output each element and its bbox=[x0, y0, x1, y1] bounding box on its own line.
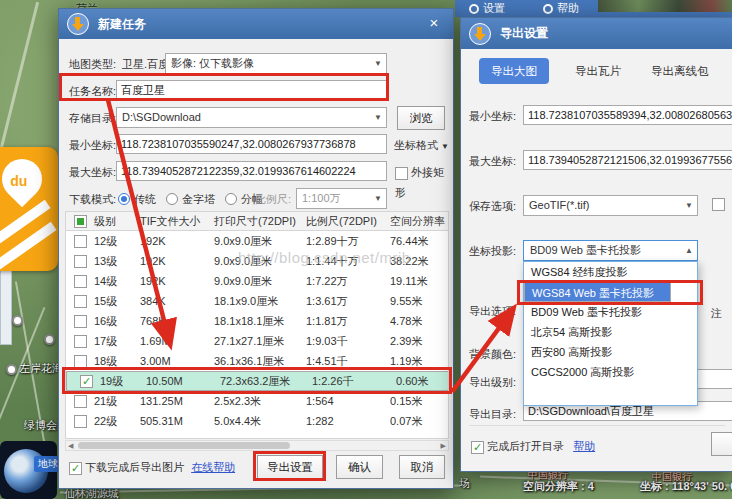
row-checkbox[interactable] bbox=[74, 335, 87, 348]
projection-option[interactable]: WGS84 经纬度投影 bbox=[524, 262, 697, 282]
row-checkbox[interactable] bbox=[74, 275, 87, 288]
export-after-checkbox[interactable]: ✓ bbox=[69, 462, 82, 475]
cell-res: 0.07米 bbox=[390, 414, 448, 429]
projection-option[interactable]: WGS84 Web 墨卡托投影 bbox=[524, 282, 671, 302]
new-task-titlebar[interactable]: 新建任务 × bbox=[59, 9, 453, 39]
row-checkbox-cell bbox=[66, 414, 94, 428]
map-poi-marker[interactable] bbox=[44, 334, 55, 345]
chevron-down-icon: ▼ bbox=[374, 189, 382, 208]
projection-option[interactable]: BD09 Web 墨卡托投影 bbox=[524, 302, 697, 322]
table-row-14级[interactable]: 14级192K9.0x9.0厘米1:7.22万19.11米 bbox=[66, 271, 448, 291]
scrollbar-thumb[interactable] bbox=[78, 442, 290, 449]
export-max-coord-input[interactable] bbox=[523, 150, 732, 170]
row-checkbox[interactable] bbox=[74, 415, 87, 428]
tab-导出离线包[interactable]: 导出离线包 bbox=[639, 58, 721, 84]
download-mode-label: 下载模式: bbox=[69, 189, 116, 209]
toolbar-help[interactable]: 帮助 bbox=[543, 1, 579, 16]
export-help-link[interactable]: 帮助 bbox=[573, 440, 595, 452]
cell-print: 9.0x9.0厘米 bbox=[214, 274, 306, 289]
toolbar-settings[interactable]: 设置 bbox=[469, 1, 505, 16]
cell-size: 768K bbox=[140, 315, 214, 327]
bounding-box-option[interactable]: 外接矩形 bbox=[395, 162, 453, 182]
mode-radio-金字塔[interactable]: 金字塔 bbox=[166, 189, 215, 209]
export-settings-button[interactable]: 导出设置 bbox=[257, 455, 323, 479]
max-coord-input[interactable] bbox=[116, 161, 387, 181]
header-scale: 比例尺(72DPI) bbox=[306, 214, 390, 229]
task-name-input[interactable] bbox=[116, 80, 387, 100]
cell-level: 14级 bbox=[94, 274, 140, 289]
row-checkbox[interactable]: ✓ bbox=[80, 375, 93, 388]
scroll-left-icon[interactable]: ◀ bbox=[68, 441, 73, 450]
export-min-coord-input[interactable] bbox=[523, 105, 732, 125]
table-row-16级[interactable]: 16级768K18.1x18.1厘米1:1.81万4.78米 bbox=[66, 311, 448, 331]
table-row-13级[interactable]: 13级192K9.0x9.0厘米1:1.44十万38.22米 bbox=[66, 251, 448, 271]
open-after-option[interactable]: ✓ 完成后打开目录 帮助 bbox=[471, 436, 595, 456]
storage-select[interactable]: D:\SGDownload ▼ bbox=[116, 107, 387, 128]
table-row-21级[interactable]: 21级131.25M2.5x2.3米1:5640.15米 bbox=[66, 391, 448, 411]
ok-button[interactable]: 确定 bbox=[711, 432, 732, 456]
bounding-checkbox[interactable] bbox=[395, 167, 408, 180]
scale-select[interactable]: 1:100万 ▼ bbox=[296, 188, 387, 209]
row-checkbox[interactable] bbox=[74, 395, 87, 408]
row-checkbox[interactable] bbox=[74, 315, 87, 328]
open-after-checkbox[interactable]: ✓ bbox=[471, 441, 484, 454]
projection-option[interactable]: 西安80 高斯投影 bbox=[524, 342, 697, 362]
image-option-select[interactable]: 影像: 仅下载影像 ▼ bbox=[165, 53, 387, 74]
chevron-down-icon: ▼ bbox=[374, 108, 382, 127]
select-all-checkbox[interactable] bbox=[74, 215, 87, 228]
table-row-22级[interactable]: 22级505.31M5.0x4.4米1:2820.07米 bbox=[66, 411, 448, 431]
online-help-link[interactable]: 在线帮助 bbox=[191, 461, 235, 473]
open-after-label: 完成后打开目录 bbox=[487, 440, 564, 452]
header-checkbox-cell[interactable] bbox=[66, 214, 94, 228]
export-max-coord-label: 最大坐标: bbox=[469, 151, 516, 171]
export-titlebar[interactable]: 导出设置 bbox=[461, 18, 732, 49]
close-icon[interactable]: × bbox=[425, 14, 443, 32]
table-row-17级[interactable]: 17级1.69M27.1x27.1厘米1:9.03千2.39米 bbox=[66, 331, 448, 351]
image-option-value: 影像: 仅下载影像 bbox=[171, 57, 254, 69]
cell-size: 131.25M bbox=[140, 395, 214, 407]
tab-导出大图[interactable]: 导出大图 bbox=[479, 58, 549, 84]
table-row-19级[interactable]: ✓19级10.50M72.3x63.2厘米1:2.26千0.60米 bbox=[66, 371, 449, 391]
cell-size: 10.50M bbox=[146, 372, 220, 391]
row-checkbox[interactable] bbox=[74, 295, 87, 308]
row-checkbox-cell bbox=[66, 274, 94, 288]
map-poi-marker[interactable] bbox=[6, 364, 17, 375]
mode-radio-传统[interactable]: 传统 bbox=[118, 189, 156, 209]
export-after-option[interactable]: ✓ 下载完成后导出图片 在线帮助 bbox=[69, 457, 235, 477]
cell-res: 76.44米 bbox=[390, 234, 448, 249]
min-coord-input[interactable] bbox=[116, 134, 387, 154]
browse-button[interactable]: 浏览 bbox=[397, 106, 445, 130]
header-resolution: 空间分辨率 bbox=[390, 214, 448, 229]
row-checkbox[interactable] bbox=[74, 235, 87, 248]
cell-scale: 1:9.03千 bbox=[306, 334, 390, 349]
export-after-label: 下载完成后导出图片 bbox=[85, 461, 184, 473]
coord-format-label: 坐标格式 bbox=[394, 139, 438, 151]
table-row-12级[interactable]: 12级192K9.0x9.0厘米1:2.89十万76.44米 bbox=[66, 231, 448, 251]
scroll-right-icon[interactable]: ▶ bbox=[441, 441, 446, 450]
help-label: 帮助 bbox=[557, 1, 579, 16]
save-extra-checkbox[interactable] bbox=[712, 198, 725, 211]
horizontal-scrollbar[interactable]: ◀ ▶ bbox=[65, 440, 449, 451]
map-poi-marker[interactable] bbox=[12, 315, 23, 326]
cell-size: 192K bbox=[140, 275, 214, 287]
row-checkbox-cell bbox=[66, 334, 94, 348]
projection-combobox[interactable]: BD09 Web 墨卡托投影 ▲ bbox=[523, 240, 698, 261]
save-format-value: GeoTIF(*.tif) bbox=[529, 199, 590, 211]
cell-res: 19.11米 bbox=[390, 274, 448, 289]
map-road bbox=[0, 2, 39, 148]
mode-label: 传统 bbox=[134, 189, 156, 209]
table-row-18级[interactable]: 18级3.00M36.1x36.1厘米1:4.51千1.19米 bbox=[66, 351, 448, 371]
cell-print: 18.1x18.1厘米 bbox=[214, 314, 306, 329]
cancel-button[interactable]: 取消 bbox=[399, 455, 445, 479]
confirm-button[interactable]: 确认 bbox=[336, 455, 383, 479]
projection-option[interactable]: 北京54 高斯投影 bbox=[524, 322, 697, 342]
save-option-label: 保存选项: bbox=[469, 196, 516, 216]
projection-option[interactable]: CGCS2000 高斯投影 bbox=[524, 362, 697, 382]
save-format-select[interactable]: GeoTIF(*.tif) ▼ bbox=[523, 195, 698, 216]
table-row-15级[interactable]: 15级384K18.1x9.0厘米1:3.61万9.55米 bbox=[66, 291, 448, 311]
coord-format-dropdown[interactable]: 坐标格式 ▼ bbox=[394, 135, 449, 155]
export-level-label: 导出级别: bbox=[469, 372, 516, 392]
tab-导出瓦片[interactable]: 导出瓦片 bbox=[563, 58, 633, 84]
row-checkbox[interactable] bbox=[74, 255, 87, 268]
row-checkbox[interactable] bbox=[74, 355, 87, 368]
